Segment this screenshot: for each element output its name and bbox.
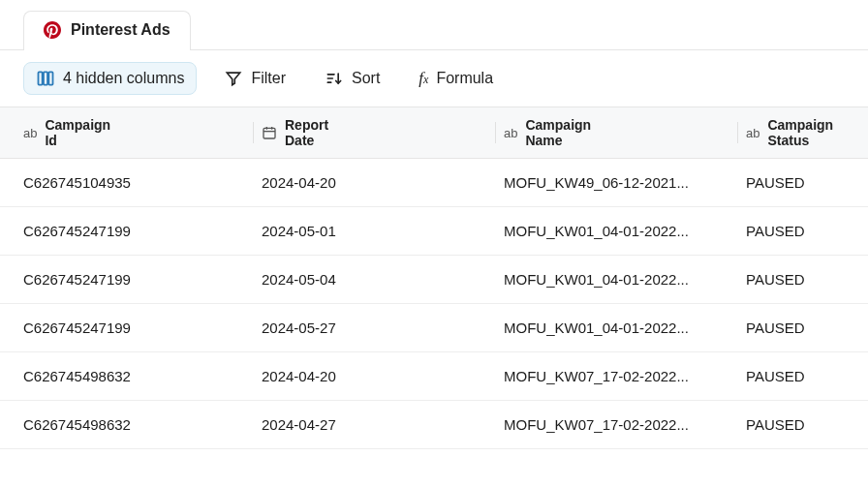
table-row[interactable]: C626745247199 2024-05-01 MOFU_KW01_04-01…	[0, 207, 868, 256]
column-label: CampaignName	[525, 117, 591, 148]
formula-label: Formula	[436, 70, 493, 87]
filter-icon	[224, 69, 243, 88]
cell-campaign-id: C626745498632	[16, 352, 254, 400]
cell-campaign-id: C626745498632	[16, 401, 254, 448]
table-row[interactable]: C626745247199 2024-05-27 MOFU_KW01_04-01…	[0, 304, 868, 352]
column-header-report-date[interactable]: ReportDate	[254, 107, 496, 158]
cell-campaign-id: C626745247199	[16, 207, 254, 255]
pinterest-icon	[44, 21, 61, 39]
sort-icon	[325, 69, 344, 88]
date-type-icon	[262, 125, 277, 140]
hidden-columns-label: 4 hidden columns	[63, 70, 184, 87]
sort-label: Sort	[352, 70, 380, 87]
cell-campaign-name: MOFU_KW01_04-01-2022...	[496, 207, 738, 255]
column-header-campaign-status[interactable]: ab CampaignStatus	[738, 107, 852, 158]
cell-campaign-status: PAUSED	[738, 352, 852, 400]
cell-campaign-id: C626745247199	[16, 256, 254, 303]
cell-report-date: 2024-04-27	[254, 401, 496, 448]
filter-button[interactable]: Filter	[212, 63, 297, 94]
cell-report-date: 2024-05-04	[254, 256, 496, 303]
formula-button[interactable]: fx Formula	[407, 63, 505, 94]
column-label: ReportDate	[285, 117, 328, 148]
table-row[interactable]: C626745498632 2024-04-27 MOFU_KW07_17-02…	[0, 401, 868, 449]
cell-report-date: 2024-05-01	[254, 207, 496, 255]
table-row[interactable]: C626745104935 2024-04-20 MOFU_KW49_06-12…	[0, 159, 868, 207]
table-row[interactable]: C626745498632 2024-04-20 MOFU_KW07_17-02…	[0, 352, 868, 401]
cell-campaign-name: MOFU_KW01_04-01-2022...	[496, 256, 738, 303]
text-type-icon: ab	[504, 126, 517, 140]
tab-pinterest-ads[interactable]: Pinterest Ads	[23, 11, 191, 50]
svg-rect-2	[48, 72, 52, 84]
formula-icon: fx	[418, 69, 428, 88]
hidden-columns-button[interactable]: 4 hidden columns	[23, 62, 197, 95]
text-type-icon: ab	[23, 126, 37, 140]
cell-campaign-status: PAUSED	[738, 159, 852, 206]
tab-bar: Pinterest Ads	[0, 0, 868, 50]
column-header-campaign-id[interactable]: ab CampaignId	[16, 107, 254, 158]
data-table: ab CampaignId ReportDate ab CampaignName…	[0, 107, 868, 449]
cell-campaign-status: PAUSED	[738, 401, 852, 448]
svg-rect-1	[44, 72, 47, 84]
cell-campaign-name: MOFU_KW01_04-01-2022...	[496, 304, 738, 351]
cell-campaign-name: MOFU_KW07_17-02-2022...	[496, 352, 738, 400]
sort-button[interactable]: Sort	[313, 63, 391, 94]
filter-label: Filter	[251, 70, 286, 87]
column-header-campaign-name[interactable]: ab CampaignName	[496, 107, 738, 158]
column-label: CampaignId	[45, 117, 110, 148]
table-header: ab CampaignId ReportDate ab CampaignName…	[0, 107, 868, 159]
cell-campaign-status: PAUSED	[738, 256, 852, 303]
table-body: C626745104935 2024-04-20 MOFU_KW49_06-12…	[0, 159, 868, 449]
cell-report-date: 2024-04-20	[254, 352, 496, 400]
svg-rect-0	[39, 72, 43, 84]
tab-label: Pinterest Ads	[71, 21, 170, 39]
table-row[interactable]: C626745247199 2024-05-04 MOFU_KW01_04-01…	[0, 256, 868, 304]
cell-campaign-status: PAUSED	[738, 207, 852, 255]
cell-report-date: 2024-05-27	[254, 304, 496, 351]
columns-icon	[36, 69, 55, 88]
cell-campaign-status: PAUSED	[738, 304, 852, 351]
cell-campaign-id: C626745247199	[16, 304, 254, 351]
svg-rect-3	[264, 128, 275, 138]
cell-campaign-name: MOFU_KW07_17-02-2022...	[496, 401, 738, 448]
cell-campaign-id: C626745104935	[16, 159, 254, 206]
cell-campaign-name: MOFU_KW49_06-12-2021...	[496, 159, 738, 206]
toolbar: 4 hidden columns Filter Sort fx Formula	[0, 50, 868, 107]
column-label: CampaignStatus	[767, 117, 833, 148]
cell-report-date: 2024-04-20	[254, 159, 496, 206]
text-type-icon: ab	[746, 126, 760, 140]
